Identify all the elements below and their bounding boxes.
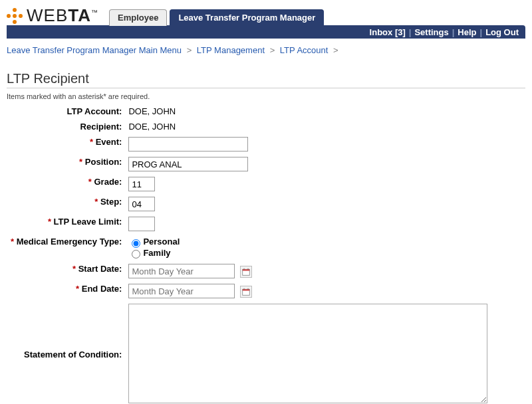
logo-mark-icon bbox=[7, 8, 23, 24]
tab-employee[interactable]: Employee bbox=[109, 9, 167, 26]
label-step: Step: bbox=[100, 197, 122, 207]
label-ltp-account: LTP Account: bbox=[67, 106, 122, 116]
label-event: Event: bbox=[96, 137, 122, 147]
value-ltp-account: DOE, JOHN bbox=[128, 106, 176, 116]
page-title: LTP Recipient bbox=[7, 71, 525, 86]
crumb-acct[interactable]: LTP Account bbox=[280, 45, 329, 55]
start-date-calendar-button[interactable] bbox=[240, 266, 252, 278]
help-link[interactable]: Help bbox=[458, 27, 476, 37]
statement-textarea[interactable] bbox=[128, 304, 487, 403]
app-logo: WEBTA™ bbox=[7, 5, 98, 26]
label-recipient: Recipient: bbox=[80, 122, 122, 132]
breadcrumb: Leave Transfer Program Manager Main Menu… bbox=[7, 39, 525, 59]
event-input[interactable] bbox=[128, 137, 248, 152]
logout-link[interactable]: Log Out bbox=[485, 27, 519, 37]
crumb-main[interactable]: Leave Transfer Program Manager Main Menu bbox=[7, 45, 182, 55]
label-grade: Grade: bbox=[94, 177, 122, 187]
end-date-input[interactable] bbox=[128, 284, 235, 298]
inbox-link[interactable]: Inbox [3] bbox=[370, 27, 406, 37]
topbar: Inbox [3] | Settings | Help | Log Out bbox=[7, 25, 525, 39]
svg-rect-5 bbox=[243, 289, 250, 290]
logo-text: WEBTA™ bbox=[27, 5, 98, 26]
calendar-icon bbox=[242, 268, 250, 276]
med-emergency-radiogroup: Personal Family bbox=[128, 237, 487, 258]
start-date-input[interactable] bbox=[128, 264, 235, 278]
radio-personal-label[interactable]: Personal bbox=[128, 237, 487, 248]
grade-input[interactable] bbox=[128, 177, 155, 191]
label-end-date: End Date: bbox=[82, 284, 122, 294]
tab-ltpm[interactable]: Leave Transfer Program Manager bbox=[170, 9, 324, 26]
step-input[interactable] bbox=[128, 197, 155, 211]
radio-family[interactable] bbox=[132, 250, 140, 258]
nav-tabs: Employee Leave Transfer Program Manager bbox=[109, 9, 324, 26]
ltp-leave-limit-input[interactable] bbox=[128, 217, 155, 231]
crumb-mgmt[interactable]: LTP Management bbox=[197, 45, 265, 55]
label-ltp-leave-limit: LTP Leave Limit: bbox=[54, 217, 122, 227]
label-statement: Statement of Condition: bbox=[24, 350, 122, 359]
settings-link[interactable]: Settings bbox=[414, 27, 448, 37]
value-recipient: DOE, JOHN bbox=[128, 122, 176, 132]
svg-rect-1 bbox=[243, 269, 250, 270]
required-note: Items marked with an asterisk* are requi… bbox=[7, 92, 525, 100]
radio-personal[interactable] bbox=[132, 239, 140, 248]
label-position: Position: bbox=[85, 157, 122, 167]
position-input[interactable] bbox=[128, 157, 248, 171]
radio-family-label[interactable]: Family bbox=[128, 248, 487, 259]
label-med-emergency: Medical Emergency Type: bbox=[17, 237, 122, 247]
calendar-icon bbox=[242, 288, 250, 296]
end-date-calendar-button[interactable] bbox=[240, 286, 252, 298]
label-start-date: Start Date: bbox=[78, 264, 122, 274]
